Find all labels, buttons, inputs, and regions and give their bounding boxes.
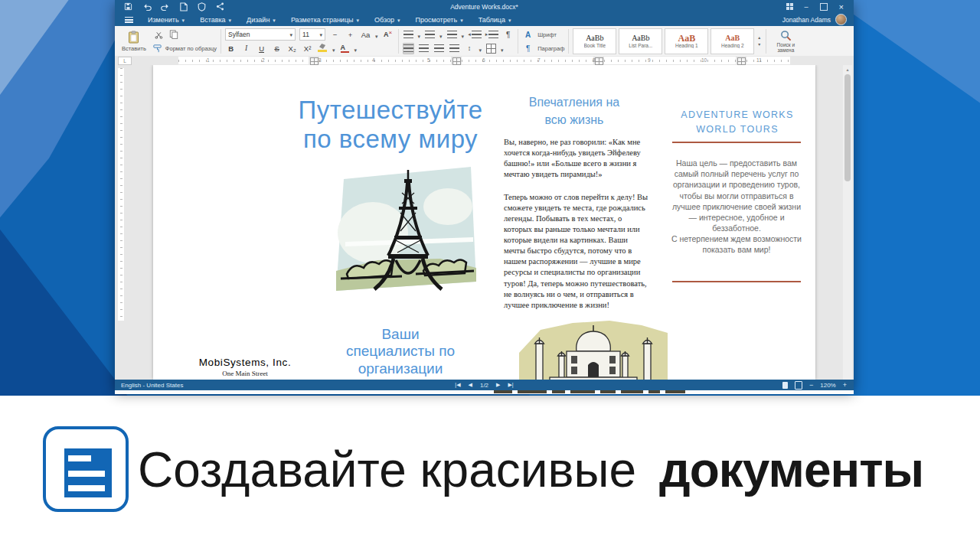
web-view-icon[interactable] bbox=[795, 381, 802, 390]
banner-text: Создавайте красивые документы bbox=[138, 430, 923, 510]
strikethrough-button[interactable] bbox=[271, 43, 283, 54]
borders-button[interactable] bbox=[485, 43, 497, 54]
italic-button[interactable] bbox=[240, 43, 252, 54]
menu-design[interactable]: Дизайн bbox=[239, 13, 283, 26]
search-icon bbox=[780, 30, 792, 41]
paragraph-dialog-button[interactable]: Параграф bbox=[522, 42, 564, 54]
align-center-icon bbox=[419, 44, 429, 52]
font-dialog-button[interactable]: Шрифт bbox=[522, 28, 564, 41]
next-page-icon[interactable] bbox=[496, 382, 500, 388]
table-column-marker-icon[interactable] bbox=[595, 57, 603, 65]
menu-insert[interactable]: Вставка bbox=[192, 13, 239, 26]
close-icon[interactable] bbox=[839, 2, 844, 11]
scrollbar-thumb[interactable] bbox=[844, 74, 851, 181]
paste-button[interactable]: Вставить bbox=[119, 28, 149, 55]
chevron-down-icon bbox=[462, 28, 465, 41]
zoom-out-icon[interactable] bbox=[809, 381, 813, 389]
style-heading-1[interactable]: AaB Heading 1 bbox=[665, 28, 708, 54]
previous-page-icon[interactable] bbox=[469, 382, 472, 388]
style-heading-2[interactable]: AaB Heading 2 bbox=[710, 28, 754, 54]
font-size-select[interactable]: 11 bbox=[299, 28, 325, 41]
maximize-icon[interactable] bbox=[820, 3, 828, 11]
font-color-button[interactable] bbox=[339, 43, 351, 54]
undo-icon[interactable] bbox=[142, 2, 152, 11]
decrease-indent-button[interactable] bbox=[468, 29, 482, 41]
style-label: Heading 1 bbox=[675, 43, 698, 48]
bullet-list-button[interactable] bbox=[403, 29, 414, 41]
protect-icon[interactable] bbox=[197, 2, 207, 11]
decrease-font-button[interactable]: − bbox=[329, 29, 341, 41]
copy-button[interactable] bbox=[168, 29, 180, 41]
superscript-button[interactable] bbox=[302, 43, 313, 54]
ruler-number: 11 bbox=[756, 57, 762, 63]
chevron-down-icon bbox=[375, 28, 378, 41]
avatar[interactable] bbox=[835, 14, 847, 25]
style-preview: AaBb bbox=[632, 34, 649, 42]
save-icon[interactable] bbox=[123, 2, 133, 11]
increase-font-button[interactable]: + bbox=[345, 29, 356, 41]
multilevel-list-button[interactable] bbox=[446, 29, 458, 41]
account-name: Jonathan Adams bbox=[782, 16, 831, 24]
first-page-icon[interactable] bbox=[455, 382, 460, 388]
align-right-icon bbox=[434, 44, 444, 52]
format-painter-button[interactable]: Формат по образцу bbox=[153, 42, 217, 54]
highlight-color-button[interactable] bbox=[317, 43, 328, 54]
document-page[interactable]: Путешествуйте по всему миру bbox=[153, 65, 815, 380]
zoom-in-icon[interactable] bbox=[843, 381, 847, 389]
line-spacing-button[interactable] bbox=[464, 43, 475, 54]
taj-mahal-illustration[interactable] bbox=[519, 321, 668, 380]
style-list-paragraph[interactable]: AaBb List Para... bbox=[619, 28, 662, 54]
menu-table[interactable]: Таблица bbox=[471, 13, 519, 26]
styles-gallery-scroll[interactable]: ▴ ▾ bbox=[756, 36, 762, 47]
redo-icon[interactable] bbox=[160, 2, 170, 11]
align-left-button[interactable] bbox=[403, 43, 414, 54]
title-bar: Adventure Works.docx* bbox=[115, 0, 854, 13]
table-column-marker-icon[interactable] bbox=[452, 57, 461, 65]
chevron-up-icon[interactable]: ▴ bbox=[758, 36, 760, 40]
menu-view[interactable]: Просмотреть bbox=[408, 13, 471, 26]
find-replace-button[interactable]: Поиск и замена bbox=[768, 27, 803, 56]
table-column-marker-icon[interactable] bbox=[310, 57, 318, 65]
hamburger-icon[interactable] bbox=[125, 17, 133, 23]
divider bbox=[766, 29, 766, 54]
menu-edit[interactable]: Изменить bbox=[140, 13, 192, 26]
zoom-level[interactable]: 120% bbox=[820, 382, 835, 389]
bold-button[interactable] bbox=[225, 43, 237, 54]
increase-indent-icon bbox=[488, 31, 498, 38]
table-column-marker-icon[interactable] bbox=[737, 57, 746, 65]
font-name-select[interactable]: Sylfaen bbox=[225, 28, 296, 41]
ruler-segment bbox=[118, 68, 124, 321]
justify-button[interactable] bbox=[449, 43, 460, 54]
show-formatting-button[interactable] bbox=[502, 29, 514, 41]
ruler-segment bbox=[319, 57, 451, 64]
style-book-title[interactable]: AaBb Book Title bbox=[573, 28, 616, 54]
underline-button[interactable] bbox=[256, 43, 267, 54]
vertical-ruler bbox=[117, 65, 125, 380]
increase-indent-button[interactable] bbox=[485, 29, 499, 41]
last-page-icon[interactable] bbox=[508, 382, 513, 388]
vertical-scrollbar[interactable] bbox=[843, 65, 852, 380]
clear-formatting-button[interactable] bbox=[382, 29, 394, 41]
new-document-icon[interactable] bbox=[178, 2, 188, 11]
style-label: Book Title bbox=[584, 43, 606, 48]
cut-button[interactable] bbox=[153, 29, 165, 41]
language-status[interactable]: English - United States bbox=[115, 382, 183, 389]
align-center-button[interactable] bbox=[418, 43, 430, 54]
scroll-up-icon[interactable] bbox=[843, 67, 852, 72]
tab-selector[interactable] bbox=[118, 57, 132, 65]
align-right-button[interactable] bbox=[433, 43, 445, 54]
menu-review[interactable]: Обзор bbox=[367, 13, 408, 26]
menu-page-layout[interactable]: Разметка страницы bbox=[283, 13, 367, 26]
eiffel-tower-illustration[interactable] bbox=[333, 162, 484, 303]
apps-grid-icon[interactable] bbox=[786, 3, 793, 10]
account-area[interactable]: Jonathan Adams bbox=[782, 14, 854, 25]
chevron-down-icon[interactable]: ▾ bbox=[758, 43, 760, 47]
page-indicator: 1/2 bbox=[480, 382, 488, 389]
share-icon[interactable] bbox=[215, 2, 225, 11]
change-case-button[interactable] bbox=[360, 29, 371, 41]
subscript-button[interactable] bbox=[286, 43, 298, 54]
menu-label: Дизайн bbox=[247, 16, 270, 24]
print-view-icon[interactable] bbox=[782, 382, 788, 389]
numbered-list-button[interactable] bbox=[424, 29, 436, 41]
minimize-icon[interactable] bbox=[805, 3, 808, 11]
